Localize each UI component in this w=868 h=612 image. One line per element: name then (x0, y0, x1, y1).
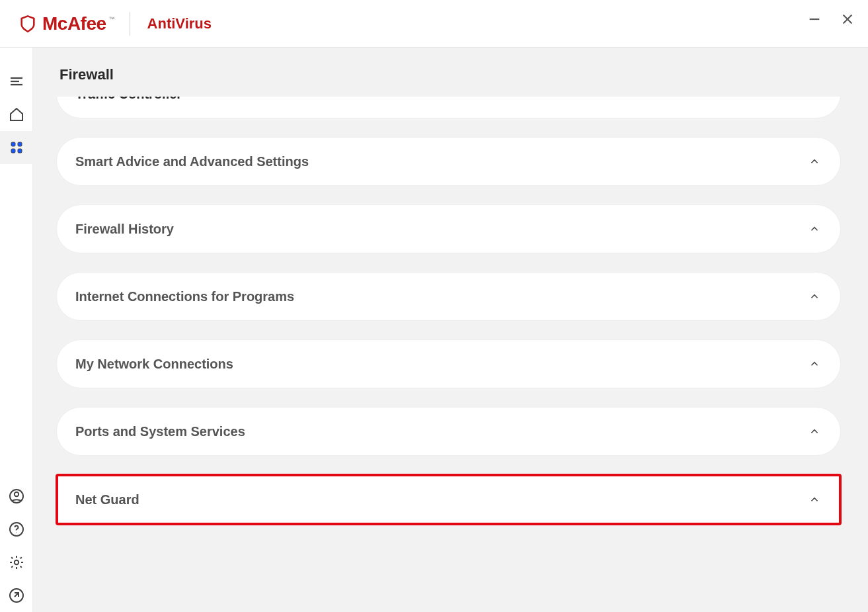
home-icon (9, 107, 24, 122)
apps-button[interactable] (0, 131, 33, 164)
row-label: Ports and System Services (75, 424, 245, 439)
account-button[interactable] (0, 480, 33, 513)
svg-point-14 (14, 560, 18, 564)
row-label: Firewall History (75, 222, 174, 237)
product-name: AntiVirus (147, 15, 212, 32)
row-my-network-connections[interactable]: My Network Connections (57, 340, 840, 388)
svg-point-13 (16, 532, 17, 533)
mcafee-shield-icon (19, 15, 37, 33)
row-firewall-history[interactable]: Firewall History (57, 205, 840, 253)
row-label: Internet Connections for Programs (75, 289, 294, 304)
svg-rect-8 (11, 149, 15, 153)
chevron-up-icon (809, 358, 820, 370)
feedback-icon (9, 588, 24, 603)
chevron-up-icon (809, 494, 820, 505)
svg-point-11 (14, 492, 18, 496)
row-ports-system-services[interactable]: Ports and System Services (57, 408, 840, 455)
row-label: Smart Advice and Advanced Settings (75, 154, 309, 169)
brand-trademark: ™ (109, 16, 115, 22)
row-traffic-controller[interactable]: Traffic Controller (57, 97, 840, 118)
chevron-up-icon (809, 290, 820, 302)
row-internet-connections[interactable]: Internet Connections for Programs (57, 273, 840, 320)
brand-block: McAfee ™ AntiVirus (19, 12, 212, 36)
chevron-up-icon (809, 97, 820, 100)
row-label: Net Guard (75, 492, 139, 507)
svg-rect-6 (11, 142, 15, 146)
home-button[interactable] (0, 98, 33, 131)
help-circle-icon (9, 521, 24, 537)
titlebar: McAfee ™ AntiVirus (0, 0, 868, 48)
close-icon[interactable] (840, 12, 855, 26)
chevron-up-icon (809, 223, 820, 235)
sidebar (0, 48, 33, 612)
svg-rect-7 (18, 142, 22, 146)
help-button[interactable] (0, 513, 33, 546)
brand-separator (130, 12, 130, 36)
svg-rect-9 (18, 149, 22, 153)
hamburger-icon (9, 73, 24, 89)
user-circle-icon (9, 488, 24, 504)
row-smart-advice[interactable]: Smart Advice and Advanced Settings (57, 138, 840, 185)
menu-button[interactable] (0, 65, 33, 98)
page-title: Firewall (33, 48, 868, 97)
window-controls (807, 12, 855, 26)
row-net-guard[interactable]: Net Guard (57, 475, 840, 524)
row-label: My Network Connections (75, 357, 233, 372)
chevron-up-icon (809, 155, 820, 167)
gear-icon (9, 554, 24, 570)
feedback-button[interactable] (0, 579, 33, 612)
main-panel: Firewall Traffic Controller Smart Advice… (33, 48, 868, 612)
row-label: Traffic Controller (75, 97, 182, 102)
settings-button[interactable] (0, 546, 33, 579)
settings-scroll-area[interactable]: Traffic Controller Smart Advice and Adva… (33, 97, 864, 612)
grid-icon (9, 140, 24, 155)
chevron-up-icon (809, 425, 820, 437)
minimize-icon[interactable] (807, 12, 822, 26)
brand-name: McAfee (42, 13, 106, 34)
